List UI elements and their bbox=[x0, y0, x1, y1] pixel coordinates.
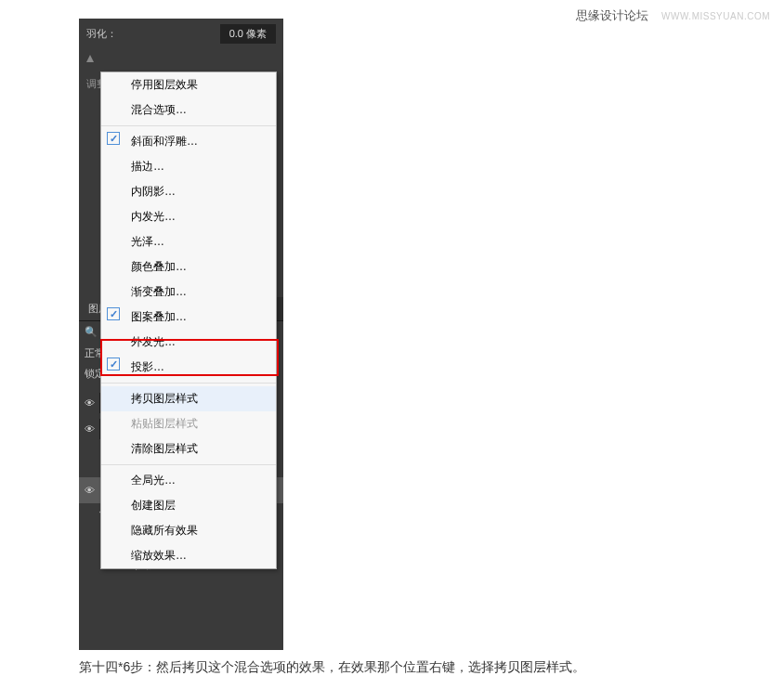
menu-label: 图案叠加… bbox=[131, 310, 187, 323]
feather-row: 羽化： 0.0 像素 bbox=[79, 19, 283, 49]
menu-color-overlay[interactable]: 颜色叠加… bbox=[101, 254, 276, 280]
check-icon: ✓ bbox=[107, 358, 120, 370]
menu-inner-glow[interactable]: 内发光… bbox=[101, 204, 276, 229]
visibility-icon[interactable]: 👁 bbox=[83, 484, 96, 497]
menu-separator bbox=[101, 125, 276, 126]
watermark: 思缘设计论坛 WWW.MISSYUAN.COM bbox=[576, 7, 770, 24]
menu-outer-glow[interactable]: 外发光… bbox=[101, 330, 276, 355]
menu-drop-shadow[interactable]: ✓ 投影… bbox=[101, 355, 276, 380]
visibility-icon[interactable]: 👁 bbox=[83, 422, 96, 436]
caption-text: 第十四*6步：然后拷贝这个混合选项的效果，在效果那个位置右键，选择拷贝图层样式。 bbox=[79, 659, 585, 676]
menu-stroke[interactable]: 描边… bbox=[101, 154, 276, 179]
menu-clear-style[interactable]: 清除图层样式 bbox=[101, 436, 276, 462]
visibility-icon[interactable]: 👁 bbox=[83, 396, 96, 410]
menu-gradient-overlay[interactable]: 渐变叠加… bbox=[101, 280, 276, 305]
watermark-cn: 思缘设计论坛 bbox=[576, 8, 648, 22]
menu-paste-style: 粘贴图层样式 bbox=[101, 411, 276, 436]
context-menu: 停用图层效果 混合选项… ✓ 斜面和浮雕… 描边… 内阴影… 内发光… 光泽… … bbox=[100, 72, 277, 569]
feather-slider[interactable] bbox=[79, 49, 283, 68]
menu-label: 投影… bbox=[131, 360, 164, 373]
menu-create-layer[interactable]: 创建图层 bbox=[101, 493, 276, 518]
menu-scale-effects[interactable]: 缩放效果… bbox=[101, 543, 276, 568]
watermark-en: WWW.MISSYUAN.COM bbox=[661, 11, 770, 21]
menu-copy-style[interactable]: 拷贝图层样式 bbox=[101, 386, 276, 411]
menu-inner-shadow[interactable]: 内阴影… bbox=[101, 179, 276, 204]
menu-hide-all[interactable]: 隐藏所有效果 bbox=[101, 518, 276, 543]
check-icon: ✓ bbox=[107, 307, 120, 320]
menu-global-light[interactable]: 全局光… bbox=[101, 468, 276, 493]
check-icon: ✓ bbox=[107, 132, 120, 145]
feather-value[interactable]: 0.0 像素 bbox=[220, 24, 276, 44]
menu-separator bbox=[101, 383, 276, 384]
menu-disable-effects[interactable]: 停用图层效果 bbox=[101, 72, 276, 98]
menu-pattern-overlay[interactable]: ✓ 图案叠加… bbox=[101, 305, 276, 330]
menu-bevel-emboss[interactable]: ✓ 斜面和浮雕… bbox=[101, 129, 276, 154]
search-icon[interactable]: 🔍 bbox=[85, 326, 98, 338]
menu-separator bbox=[101, 464, 276, 465]
menu-blending-options[interactable]: 混合选项… bbox=[101, 98, 276, 123]
menu-satin[interactable]: 光泽… bbox=[101, 229, 276, 254]
menu-label: 斜面和浮雕… bbox=[131, 135, 198, 148]
feather-label: 羽化： bbox=[86, 27, 117, 41]
